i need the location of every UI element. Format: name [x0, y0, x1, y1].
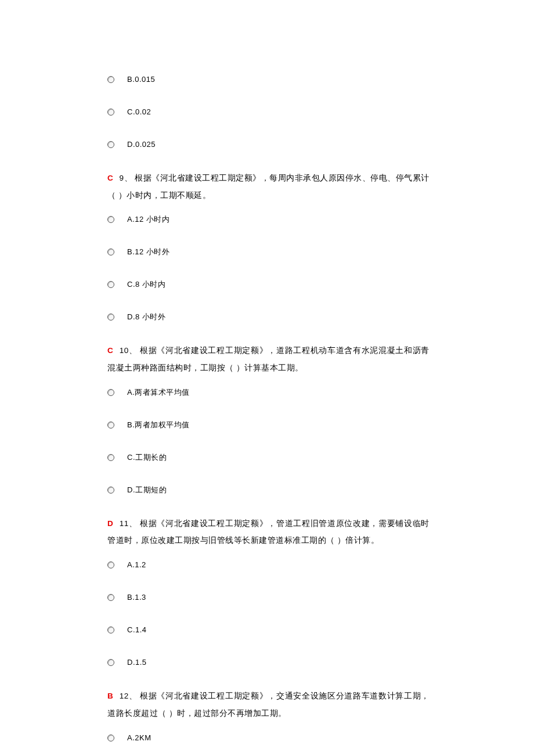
- option-label: C.1.4: [127, 622, 147, 638]
- answer-letter: C: [107, 174, 113, 182]
- option-label: C.8 小时内: [127, 277, 165, 292]
- option-row: A.两者算术平均值: [107, 385, 430, 400]
- question-text: 根据《河北省建设工程工期定额》，道路工程机动车道含有水泥混凝土和沥青混凝土两种路…: [107, 346, 430, 372]
- radio-icon[interactable]: [107, 627, 114, 633]
- radio-icon[interactable]: [107, 76, 114, 83]
- option-row: D.1.5: [107, 655, 430, 670]
- option-label: C.0.02: [127, 105, 151, 120]
- radio-icon[interactable]: [107, 454, 114, 461]
- option-label: D.1.5: [127, 655, 147, 670]
- option-row: C.1.4: [107, 622, 430, 638]
- option-label: A.1.2: [127, 557, 146, 573]
- option-row: C.8 小时内: [107, 277, 430, 292]
- radio-icon[interactable]: [107, 314, 114, 321]
- document-page: B.0.015 C.0.02 D.0.025 C 9、 根据《河北省建设工程工期…: [0, 0, 534, 756]
- option-label: B.12 小时外: [127, 244, 169, 260]
- question-stem: B 12、 根据《河北省建设工程工期定额》，交通安全设施区分道路车道数计算工期，…: [107, 687, 430, 722]
- question-number: 10、: [120, 346, 138, 355]
- option-row: A.12 小时内: [107, 212, 430, 227]
- option-label: D.工期短的: [127, 483, 167, 498]
- option-row: C.工期长的: [107, 450, 430, 465]
- radio-icon[interactable]: [107, 281, 114, 288]
- question-text: 根据《河北省建设工程工期定额》，交通安全设施区分道路车道数计算工期，道路长度超过…: [107, 692, 430, 718]
- option-label: D.8 小时外: [127, 309, 165, 325]
- answer-letter: C: [107, 346, 113, 355]
- option-row: A.1.2: [107, 557, 430, 573]
- option-row: C.0.02: [107, 105, 430, 120]
- option-label: D.0.025: [127, 137, 156, 152]
- option-label: A.两者算术平均值: [127, 385, 190, 400]
- radio-icon[interactable]: [107, 389, 114, 396]
- radio-icon[interactable]: [107, 735, 114, 741]
- radio-icon[interactable]: [107, 561, 114, 568]
- option-label: B.两者加权平均值: [127, 417, 190, 433]
- question-text: 根据《河北省建设工程工期定额》，每周内非承包人原因停水、停电、停气累计（ ）小时…: [107, 174, 430, 200]
- answer-letter: D: [107, 519, 113, 528]
- radio-icon[interactable]: [107, 249, 114, 255]
- question-number: 12、: [120, 692, 138, 700]
- radio-icon[interactable]: [107, 487, 114, 494]
- option-label: A.2KM: [127, 730, 151, 746]
- option-label: B.1.3: [127, 590, 146, 605]
- option-row: B.两者加权平均值: [107, 417, 430, 433]
- question-stem: C 10、 根据《河北省建设工程工期定额》，道路工程机动车道含有水泥混凝土和沥青…: [107, 342, 430, 376]
- question-stem: C 9、 根据《河北省建设工程工期定额》，每周内非承包人原因停水、停电、停气累计…: [107, 170, 430, 204]
- question-number: 9、: [120, 174, 133, 182]
- radio-icon[interactable]: [107, 659, 114, 666]
- radio-icon[interactable]: [107, 422, 114, 429]
- option-row: D.工期短的: [107, 483, 430, 498]
- radio-icon[interactable]: [107, 594, 114, 601]
- option-row: D.8 小时外: [107, 309, 430, 325]
- option-row: B.0.015: [107, 72, 430, 87]
- radio-icon[interactable]: [107, 141, 114, 148]
- answer-letter: B: [107, 692, 113, 700]
- question-number: 11、: [120, 519, 138, 528]
- option-row: D.0.025: [107, 137, 430, 152]
- option-label: A.12 小时内: [127, 212, 169, 227]
- radio-icon[interactable]: [107, 109, 114, 116]
- option-row: B.12 小时外: [107, 244, 430, 260]
- option-label: C.工期长的: [127, 450, 167, 465]
- question-text: 根据《河北省建设工程工期定额》，管道工程旧管道原位改建，需要铺设临时管道时，原位…: [107, 519, 430, 545]
- option-row: B.1.3: [107, 590, 430, 605]
- radio-icon[interactable]: [107, 216, 114, 223]
- question-stem: D 11、 根据《河北省建设工程工期定额》，管道工程旧管道原位改建，需要铺设临时…: [107, 515, 430, 549]
- option-label: B.0.015: [127, 72, 155, 87]
- option-row: A.2KM: [107, 730, 430, 746]
